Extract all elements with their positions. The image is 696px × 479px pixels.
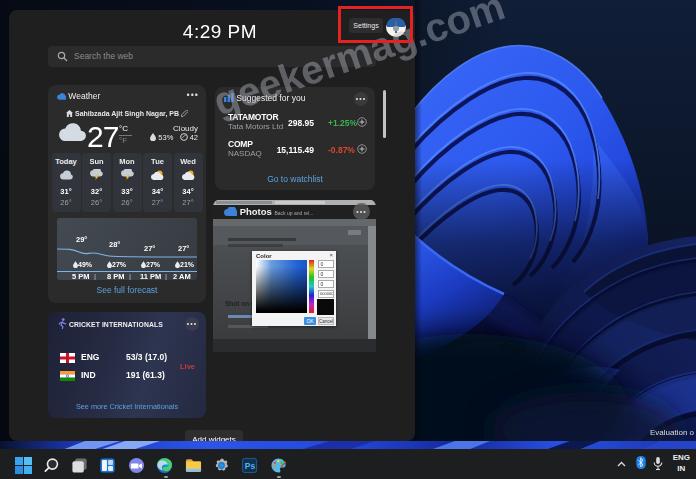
svg-text:Ps: Ps [245, 461, 256, 471]
